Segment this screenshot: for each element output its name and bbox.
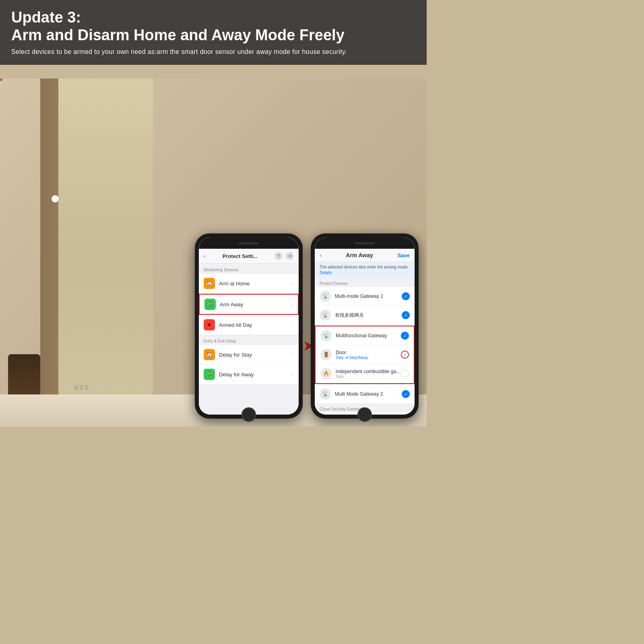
icon-delay-stay: 🏠 (204, 349, 215, 360)
check-1[interactable]: ✓ (402, 311, 410, 319)
chevron-arm-home: › (292, 280, 294, 287)
device-icon-1: 📡 (320, 310, 331, 321)
device-info-1: 有线多模网关 (335, 312, 402, 319)
icon-arm-home: 🏠 (204, 278, 215, 289)
phone-2: ‹ Arm Away Save The selected devices als… (311, 233, 419, 419)
label-delay-stay: Delay for Stay (219, 352, 292, 358)
chevron-arm-away: › (291, 301, 293, 308)
check-0[interactable]: ✓ (402, 292, 410, 300)
device-name-1: 有线多模网关 (335, 312, 402, 319)
device-icon-0: 📡 (320, 291, 331, 302)
icon-armed-all-day: ✕ (204, 319, 215, 330)
device-sub-3: Stay ➜ Stay/Away (336, 355, 401, 360)
device-row-0[interactable]: 📡 Multi-mode Gateway 2 ✓ (315, 287, 415, 306)
device-info-3: Door Stay ➜ Stay/Away (336, 350, 401, 360)
device-info-2: Multifunctional Gateway (336, 333, 401, 339)
icon-delay-away: 🏃 (204, 369, 215, 380)
label-armed-all-day: Armed All Day (219, 322, 292, 328)
protect-devices-label: Protect Devices (315, 278, 415, 287)
app-screen-1: ‹ Protect Setti... ? ✕ Monitoring Sensor… (199, 249, 299, 415)
banner-link[interactable]: Details (320, 270, 332, 275)
phone-2-top-bar (315, 237, 415, 249)
device-icon-5: 📡 (320, 388, 331, 400)
sensor-ring-3 (0, 78, 2, 81)
app-nav-2: ‹ Arm Away Save (315, 249, 415, 262)
door-panel (58, 78, 153, 427)
device-name-2: Multifunctional Gateway (336, 333, 401, 339)
device-icon-3: 🚪 (320, 349, 332, 360)
back-button-1[interactable]: ‹ (204, 253, 206, 259)
nav-title-1: Protect Setti... (223, 253, 258, 259)
device-row-2[interactable]: 📡 Multifunctional Gateway ✓ (316, 326, 414, 345)
nav-title-2: Arm Away (346, 252, 373, 258)
icon-arm-away: 🏃 (204, 299, 216, 310)
device-sub-4: Stay (336, 374, 401, 379)
device-row-4[interactable]: 🔥 independent combustible ga... Stay (316, 364, 414, 383)
nav-icons-1: ? ✕ (275, 252, 294, 260)
help-icon[interactable]: ? (275, 252, 283, 260)
phone-1: ‹ Protect Setti... ? ✕ Monitoring Sensor… (195, 233, 303, 419)
device-name-0: Multi-mode Gateway 2 (335, 293, 402, 299)
label-arm-away: Arm Away (220, 301, 291, 308)
section-label-delay: Entry & Exit Delay (199, 335, 299, 345)
app-screen-2: ‹ Arm Away Save The selected devices als… (315, 249, 415, 415)
device-info-5: Multi Mode Gateway 2 (335, 391, 402, 397)
header-line2: Arm and Disarm Home and Away Mode Freely (11, 27, 345, 43)
chevron-delay-stay: › (292, 351, 294, 358)
header-section: Update 3: Arm and Disarm Home and Away M… (0, 0, 427, 65)
phone-home-button-1[interactable] (242, 407, 256, 422)
check-5[interactable]: ✓ (402, 390, 410, 398)
banner-text: The selected devices also enter the armi… (320, 265, 409, 269)
chevron-armed-all-day: › (292, 322, 294, 328)
header-description: Select devices to be armed to your own n… (11, 47, 415, 57)
section-label-monitoring: Monitoring Sensors (199, 264, 299, 274)
menu-arm-at-home[interactable]: 🏠 Arm at Home › (199, 274, 299, 293)
save-button[interactable]: Save (398, 252, 410, 258)
chevron-delay-away: › (292, 371, 294, 378)
zigbee-waves: ((·Z·)) (74, 384, 89, 390)
device-icon-2: 📡 (320, 330, 332, 341)
close-icon-nav[interactable]: ✕ (286, 252, 294, 260)
phone-speaker-2 (355, 242, 375, 244)
device-name-5: Multi Mode Gateway 2 (335, 391, 402, 397)
check-2[interactable]: ✓ (401, 332, 409, 340)
label-delay-away: Delay for Away (219, 372, 292, 378)
label-arm-at-home: Arm at Home (219, 281, 292, 287)
menu-arm-away[interactable]: 🏃 Arm Away › (199, 294, 299, 315)
phone-home-button-2[interactable] (357, 407, 372, 422)
device-row-5[interactable]: 📡 Multi Mode Gateway 2 ✓ (315, 385, 415, 404)
header-line1: Update 3: (11, 9, 81, 26)
phone-2-screen: ‹ Arm Away Save The selected devices als… (315, 237, 415, 415)
menu-armed-all-day[interactable]: ✕ Armed All Day › (199, 315, 299, 335)
device-row-3[interactable]: 🚪 Door Stay ➜ Stay/Away ✓ (316, 345, 414, 364)
check-3[interactable]: ✓ (401, 351, 409, 359)
sensor-dot (52, 195, 59, 202)
menu-delay-stay[interactable]: 🏠 Delay for Stay › (199, 345, 299, 365)
app-nav-1: ‹ Protect Setti... ? ✕ (199, 249, 299, 264)
back-button-2[interactable]: ‹ (320, 252, 322, 258)
device-name-3: Door (336, 350, 401, 355)
phone-speaker-1 (239, 242, 259, 244)
phones-area: ‹ Protect Setti... ? ✕ Monitoring Sensor… (195, 233, 419, 419)
info-banner: The selected devices also enter the armi… (315, 262, 415, 278)
phone-1-screen: ‹ Protect Setti... ? ✕ Monitoring Sensor… (199, 237, 299, 415)
device-name-4: independent combustible ga... (336, 369, 401, 374)
device-icon-4: 🔥 (320, 368, 332, 379)
background-scene: ((·Z·)) ➤ ‹ Protect Setti... ? ✕ (0, 78, 427, 427)
device-info-4: independent combustible ga... Stay (336, 369, 401, 379)
device-info-0: Multi-mode Gateway 2 (335, 293, 402, 299)
phone-1-top-bar (199, 237, 299, 249)
menu-delay-away[interactable]: 🏃 Delay for Away › (199, 365, 299, 384)
check-4[interactable] (401, 369, 409, 378)
device-row-1[interactable]: 📡 有线多模网关 ✓ (315, 306, 415, 325)
